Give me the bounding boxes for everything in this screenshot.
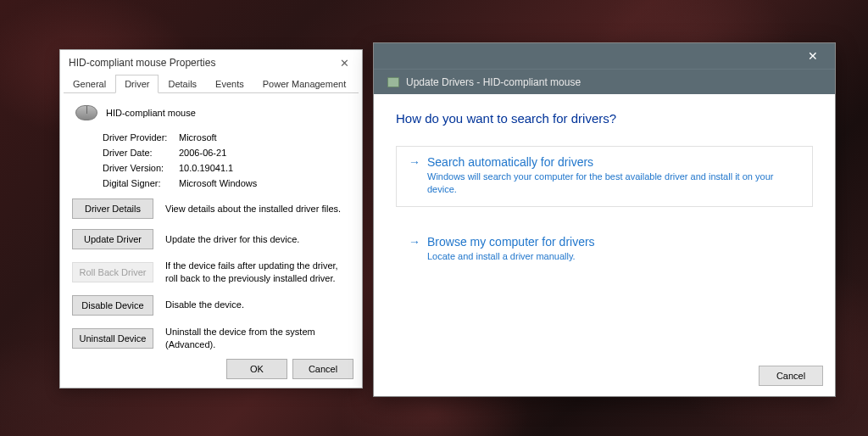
- digital-signer-label: Digital Signer:: [103, 178, 179, 188]
- properties-title-text: HID-compliant mouse Properties: [69, 57, 215, 69]
- tab-power-management[interactable]: Power Management: [253, 75, 355, 93]
- update-drivers-dialog: ✕ Update Drivers - HID-compliant mouse H…: [373, 42, 836, 397]
- uninstall-device-button[interactable]: Uninstall Device: [72, 328, 153, 349]
- update-heading: How do you want to search for drivers?: [396, 111, 813, 126]
- driver-date-label: Driver Date:: [103, 148, 179, 158]
- update-driver-button[interactable]: Update Driver: [72, 229, 153, 249]
- arrow-right-icon: →: [409, 155, 420, 196]
- search-automatically-desc: Windows will search your computer for th…: [427, 170, 800, 196]
- disk-icon: [387, 77, 399, 87]
- cancel-button[interactable]: Cancel: [292, 359, 353, 379]
- update-footer: Cancel: [759, 366, 823, 386]
- tab-driver[interactable]: Driver: [115, 75, 159, 93]
- device-name: HID-compliant mouse: [106, 108, 196, 118]
- driver-info-table: Driver Provider: Microsoft Driver Date: …: [103, 132, 350, 188]
- digital-signer-value: Microsoft Windows: [179, 178, 257, 188]
- close-icon[interactable]: ✕: [333, 55, 355, 70]
- browse-computer-desc: Locate and install a driver manually.: [427, 250, 595, 263]
- driver-date-value: 2006-06-21: [179, 148, 226, 158]
- properties-footer: OK Cancel: [226, 359, 353, 379]
- tab-details[interactable]: Details: [159, 75, 206, 93]
- tab-events[interactable]: Events: [206, 75, 253, 93]
- update-driver-desc: Update the driver for this device.: [165, 233, 350, 246]
- device-header-row: HID-compliant mouse: [75, 105, 350, 120]
- driver-details-button[interactable]: Driver Details: [72, 198, 153, 219]
- driver-provider-label: Driver Provider:: [103, 132, 179, 143]
- properties-body: HID-compliant mouse Driver Provider: Mic…: [60, 93, 362, 357]
- device-properties-dialog: HID-compliant mouse Properties ✕ General…: [59, 49, 363, 388]
- search-automatically-title: Search automatically for drivers: [427, 155, 800, 169]
- ok-button[interactable]: OK: [226, 359, 287, 379]
- close-icon[interactable]: ✕: [794, 44, 832, 68]
- arrow-right-icon: →: [409, 235, 420, 263]
- update-breadcrumb: Update Drivers - HID-compliant mouse: [374, 69, 835, 94]
- driver-version-label: Driver Version:: [103, 163, 179, 173]
- disable-device-desc: Disable the device.: [165, 299, 350, 311]
- disable-device-button[interactable]: Disable Device: [72, 295, 153, 316]
- uninstall-device-desc: Uninstall the device from the system (Ad…: [165, 326, 350, 351]
- mouse-icon: [75, 105, 97, 120]
- properties-tabstrip: General Driver Details Events Power Mana…: [64, 74, 359, 93]
- update-titlebar[interactable]: ✕: [374, 43, 835, 69]
- update-breadcrumb-text: Update Drivers - HID-compliant mouse: [406, 76, 581, 88]
- cancel-button[interactable]: Cancel: [759, 366, 823, 386]
- roll-back-driver-button: Roll Back Driver: [72, 262, 153, 282]
- tab-general[interactable]: General: [64, 75, 115, 93]
- browse-computer-option[interactable]: → Browse my computer for drivers Locate …: [396, 226, 813, 274]
- properties-titlebar[interactable]: HID-compliant mouse Properties ✕: [60, 50, 362, 74]
- roll-back-driver-desc: If the device fails after updating the d…: [165, 260, 350, 285]
- search-automatically-option[interactable]: → Search automatically for drivers Windo…: [396, 146, 813, 207]
- driver-version-value: 10.0.19041.1: [179, 163, 233, 173]
- driver-details-desc: View details about the installed driver …: [165, 203, 350, 215]
- driver-provider-value: Microsoft: [179, 132, 217, 143]
- browse-computer-title: Browse my computer for drivers: [427, 235, 595, 249]
- update-body: How do you want to search for drivers? →…: [374, 94, 835, 396]
